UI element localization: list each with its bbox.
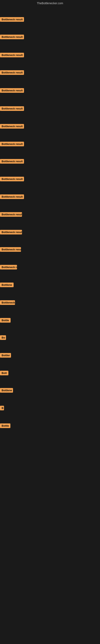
bottleneck-result-badge[interactable]: Bottleneck result [0, 177, 24, 181]
bottleneck-result-badge[interactable]: Bottleneck result [0, 70, 24, 75]
badge-container-23: B [0, 406, 4, 411]
bottleneck-result-badge[interactable]: Bottleneck re [0, 265, 17, 270]
badge-container-4: Bottleneck result [0, 70, 24, 76]
bottleneck-result-badge[interactable]: Bottleneck result [0, 159, 24, 164]
bottleneck-result-badge[interactable]: Bottle [0, 318, 11, 322]
badge-container-22: Bottlene [0, 388, 13, 394]
bottleneck-result-badge[interactable]: Bottleneck result [0, 53, 24, 57]
bottleneck-result-badge[interactable]: Bottleneck result [0, 88, 24, 93]
bottleneck-result-badge[interactable]: Bottleneck result [0, 230, 22, 234]
bottleneck-result-badge[interactable]: Bottlene [0, 388, 13, 393]
badge-container-8: Bottleneck result [0, 142, 24, 147]
badge-container-24: Bottle [0, 424, 10, 429]
bottleneck-result-badge[interactable]: Bottle [0, 424, 10, 428]
badge-container-17: Bottleneck [0, 300, 15, 306]
bottleneck-result-badge[interactable]: Bottleneck result [0, 17, 24, 22]
site-title: TheBottlenecker.com [0, 0, 100, 6]
badge-container-13: Bottleneck result [0, 230, 22, 235]
badge-container-14: Bottleneck result [0, 247, 21, 252]
badge-container-1: Bottleneck result [0, 17, 24, 22]
bottleneck-result-badge[interactable]: Bottler [0, 353, 11, 358]
badge-container-7: Bottleneck result [0, 124, 24, 130]
bottleneck-result-badge[interactable]: Bottleneck [0, 300, 15, 305]
badge-container-9: Bottleneck result [0, 159, 24, 164]
bottleneck-result-badge[interactable]: Bottleneck result [0, 194, 24, 199]
badge-container-16: Bottlene [0, 282, 14, 288]
bottleneck-result-badge[interactable]: B [0, 406, 4, 410]
badge-container-11: Bottleneck result [0, 194, 24, 200]
badge-container-2: Bottleneck result [0, 34, 24, 40]
bottleneck-result-badge[interactable]: Bottleneck result [0, 212, 22, 217]
bottleneck-result-badge[interactable]: Bott [0, 371, 8, 375]
badge-container-15: Bottleneck re [0, 265, 17, 270]
badge-container-21: Bott [0, 371, 8, 376]
badge-container-20: Bottler [0, 353, 11, 358]
badge-container-6: Bottleneck result [0, 106, 24, 112]
bottleneck-result-badge[interactable]: Bo [0, 335, 6, 340]
bottleneck-result-badge[interactable]: Bottleneck result [0, 247, 21, 252]
bottleneck-result-badge[interactable]: Bottleneck result [0, 106, 24, 111]
badge-container-3: Bottleneck result [0, 53, 24, 58]
badge-container-18: Bottle [0, 318, 11, 324]
bottleneck-result-badge[interactable]: Bottleneck result [0, 142, 24, 146]
bottleneck-result-badge[interactable]: Bottleneck result [0, 34, 24, 39]
badge-container-10: Bottleneck result [0, 177, 24, 182]
badge-container-12: Bottleneck result [0, 212, 22, 218]
badge-container-5: Bottleneck result [0, 88, 24, 94]
badge-container-19: Bo [0, 335, 6, 341]
bottleneck-result-badge[interactable]: Bottlene [0, 282, 14, 287]
bottleneck-result-badge[interactable]: Bottleneck result [0, 124, 24, 128]
